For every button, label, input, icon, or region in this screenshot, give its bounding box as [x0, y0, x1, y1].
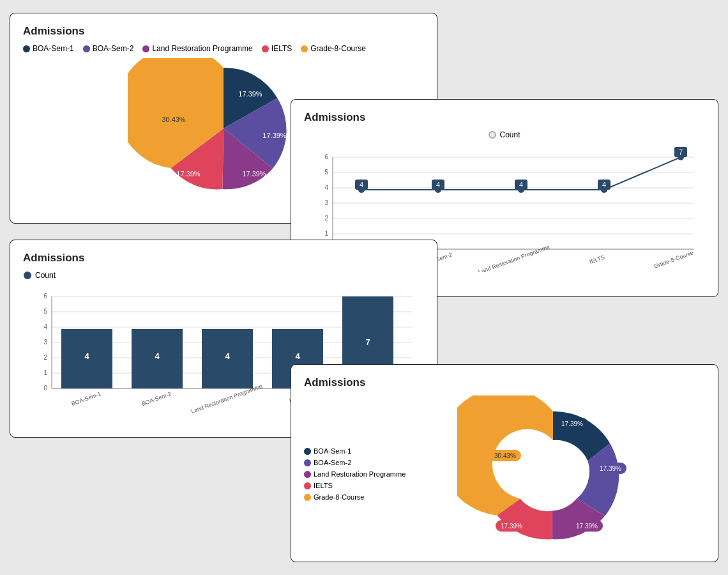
- svg-text:3: 3: [43, 339, 47, 346]
- svg-text:5: 5: [43, 308, 47, 315]
- line-chart-legend: Count: [304, 130, 705, 139]
- svg-text:3: 3: [324, 199, 328, 206]
- bar-chart-legend: Count: [23, 271, 424, 280]
- donut-legend-ielts: IELTS: [304, 482, 333, 489]
- legend-item-grade8: Grade-8-Course: [301, 44, 366, 53]
- svg-text:Grade-8-Course: Grade-8-Course: [653, 249, 695, 270]
- legend-item-lrp: Land Restoration Programme: [142, 44, 252, 53]
- pie-chart-title: Admissions: [23, 25, 424, 38]
- donut-label-ielts: IELTS: [314, 482, 333, 489]
- svg-text:4: 4: [84, 351, 89, 361]
- donut-center: [521, 443, 585, 507]
- svg-text:7: 7: [679, 148, 683, 156]
- legend-dot-grade8: [301, 45, 308, 52]
- svg-text:17.39%: 17.39%: [600, 465, 621, 472]
- donut-dot-grade8: [304, 494, 311, 501]
- svg-text:4: 4: [360, 181, 363, 188]
- donut-chart-body: BOA-Sem-1 BOA-Sem-2 Land Restoration Pro…: [304, 395, 705, 558]
- donut-label-grade8: Grade-8-Course: [314, 493, 364, 501]
- donut-legend-boa1: BOA-Sem-1: [304, 447, 351, 455]
- donut-svg-wrap: 17.39% 17.39% 17.39% 17.39% 30.43%: [457, 395, 649, 558]
- line-legend-count: Count: [489, 130, 520, 139]
- legend-label-lrp: Land Restoration Programme: [152, 44, 252, 53]
- svg-text:4: 4: [324, 184, 328, 191]
- svg-text:2: 2: [43, 354, 47, 361]
- svg-text:1: 1: [43, 369, 47, 376]
- donut-label-lrp: Land Restoration Programme: [314, 470, 406, 478]
- donut-svg: 17.39% 17.39% 17.39% 17.39% 30.43%: [457, 395, 649, 555]
- svg-text:17.39%: 17.39%: [576, 523, 598, 530]
- svg-text:4: 4: [295, 351, 300, 361]
- donut-dot-boa2: [304, 459, 311, 466]
- legend-dot-boa2: [83, 45, 90, 52]
- pie-label-boa2: 17.39%: [262, 132, 287, 139]
- donut-dot-ielts: [304, 482, 311, 489]
- svg-text:0: 0: [43, 385, 47, 392]
- line-legend-circle: [489, 131, 496, 139]
- legend-dot-lrp: [142, 45, 149, 52]
- donut-legend-grade8: Grade-8-Course: [304, 493, 364, 501]
- bar-chart-title: Admissions: [23, 252, 424, 264]
- donut-legend-lrp: Land Restoration Programme: [304, 470, 406, 478]
- svg-text:BOA-Sem-2: BOA-Sem-2: [140, 390, 172, 407]
- donut-label-boa1: BOA-Sem-1: [314, 447, 351, 455]
- donut-chart-title: Admissions: [304, 376, 705, 389]
- legend-dot-ielts: [262, 45, 269, 52]
- svg-text:4: 4: [519, 181, 523, 188]
- svg-text:17.39%: 17.39%: [501, 523, 522, 530]
- line-legend-label: Count: [499, 130, 520, 139]
- donut-chart-legend: BOA-Sem-1 BOA-Sem-2 Land Restoration Pro…: [304, 447, 444, 501]
- svg-point-31: [24, 272, 31, 279]
- donut-legend-boa2: BOA-Sem-2: [304, 459, 351, 466]
- pie-label-grade8: 30.43%: [162, 116, 186, 123]
- legend-label-ielts: IELTS: [271, 44, 292, 53]
- legend-item-boa1: BOA-Sem-1: [23, 44, 74, 53]
- legend-label-boa1: BOA-Sem-1: [33, 44, 74, 53]
- svg-text:4: 4: [602, 181, 606, 188]
- bar-legend-label: Count: [35, 271, 56, 280]
- svg-text:Land Restoration Programme: Land Restoration Programme: [478, 243, 550, 272]
- legend-dot-boa1: [23, 45, 30, 52]
- svg-text:4: 4: [43, 323, 47, 330]
- svg-text:4: 4: [155, 351, 160, 361]
- svg-text:7: 7: [365, 337, 370, 347]
- svg-text:17.39%: 17.39%: [561, 420, 583, 427]
- legend-label-boa2: BOA-Sem-2: [93, 44, 134, 53]
- pie-label-ielts: 17.39%: [176, 170, 201, 178]
- donut-chart-card: Admissions BOA-Sem-1 BOA-Sem-2 Land Rest…: [291, 364, 718, 562]
- svg-text:IELTS: IELTS: [589, 254, 605, 265]
- svg-text:30.43%: 30.43%: [494, 452, 516, 459]
- donut-dot-lrp: [304, 471, 311, 478]
- svg-text:5: 5: [324, 169, 328, 176]
- donut-label-boa2: BOA-Sem-2: [314, 459, 351, 466]
- legend-item-boa2: BOA-Sem-2: [83, 44, 134, 53]
- line-chart-title: Admissions: [304, 111, 705, 124]
- svg-text:4: 4: [225, 351, 230, 361]
- svg-text:4: 4: [436, 181, 440, 188]
- svg-text:1: 1: [324, 230, 328, 237]
- pie-chart-legend: BOA-Sem-1 BOA-Sem-2 Land Restoration Pro…: [23, 44, 424, 53]
- svg-text:6: 6: [43, 293, 47, 300]
- legend-item-ielts: IELTS: [262, 44, 292, 53]
- legend-label-grade8: Grade-8-Course: [310, 44, 366, 53]
- svg-text:BOA-Sem-1: BOA-Sem-1: [70, 390, 102, 407]
- bar-legend-icon: [23, 271, 32, 280]
- donut-dot-boa1: [304, 448, 311, 455]
- pie-label-lrp: 17.39%: [242, 170, 266, 178]
- svg-text:6: 6: [324, 153, 328, 160]
- svg-text:2: 2: [324, 215, 328, 222]
- pie-label-boa1: 17.39%: [238, 90, 262, 98]
